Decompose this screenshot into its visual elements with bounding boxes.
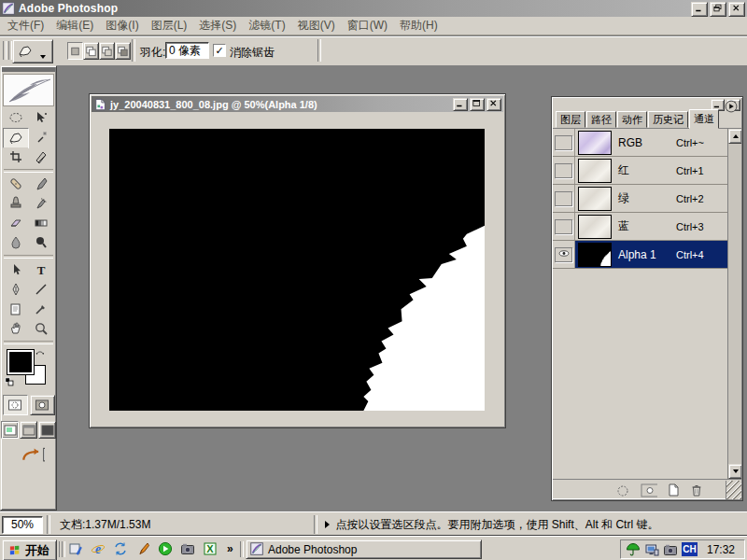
eyedropper-tool[interactable] xyxy=(29,300,53,318)
photoshop-feather-logo[interactable] xyxy=(3,74,54,106)
channel-row-blue[interactable]: 蓝Ctrl+3 xyxy=(553,213,728,241)
antialias-checkbox[interactable]: ✓ xyxy=(213,44,226,57)
scroll-down-icon[interactable] xyxy=(728,464,741,479)
taskbar-task-button[interactable]: Adobe Photoshop xyxy=(246,539,482,559)
quicklaunch-overflow-chevron[interactable]: » xyxy=(227,542,233,555)
zoom-tool[interactable] xyxy=(29,319,53,338)
fullscreen-menubar-button[interactable] xyxy=(20,421,37,439)
palette-scrollbar[interactable] xyxy=(727,129,741,479)
document-titlebar[interactable]: jy_20040831_800_08.jpg @ 50%(Alpha 1/8) xyxy=(92,96,503,112)
eraser-tool[interactable] xyxy=(4,214,28,232)
tool-preset-button[interactable] xyxy=(12,39,53,63)
palette-menu-button[interactable] xyxy=(725,100,739,114)
gradient-tool[interactable] xyxy=(29,214,53,232)
menu-item-help[interactable]: 帮助(H) xyxy=(400,18,438,34)
visibility-cell[interactable] xyxy=(553,241,575,268)
excel-icon[interactable]: X xyxy=(202,540,218,557)
visibility-cell[interactable] xyxy=(553,185,575,212)
show-desktop-icon[interactable] xyxy=(67,540,83,557)
sync-icon[interactable] xyxy=(112,540,128,557)
media-player-icon[interactable] xyxy=(157,540,173,557)
tab-channels[interactable]: 通道 xyxy=(689,109,719,129)
menu-item-image[interactable]: 图像(I) xyxy=(106,18,138,34)
clone-stamp-tool[interactable] xyxy=(4,194,28,213)
paint-brush-icon[interactable] xyxy=(134,540,150,557)
notes-tool[interactable] xyxy=(4,300,28,318)
menu-item-window[interactable]: 窗口(W) xyxy=(347,18,388,34)
new-selection-button[interactable] xyxy=(67,42,83,60)
tab-layers[interactable]: 图层 xyxy=(556,111,585,128)
visibility-cell[interactable] xyxy=(553,129,575,156)
dodge-tool[interactable] xyxy=(29,233,53,252)
blur-tool[interactable] xyxy=(4,233,28,252)
visibility-checkbox[interactable] xyxy=(555,135,572,150)
quick-mask-mode-button[interactable] xyxy=(30,395,55,415)
type-tool[interactable]: T xyxy=(29,260,53,279)
ime-language-badge[interactable]: CH xyxy=(682,542,698,556)
add-selection-button[interactable] xyxy=(83,42,99,60)
taskbar-grip[interactable] xyxy=(62,541,65,557)
visibility-cell[interactable] xyxy=(553,213,575,240)
doc-maximize-button[interactable] xyxy=(470,98,485,111)
jump-to-imageready-button[interactable] xyxy=(13,445,45,462)
menu-item-layer[interactable]: 图层(L) xyxy=(151,18,188,34)
zoom-level-field[interactable]: 50% xyxy=(2,516,43,534)
channel-row-alpha1[interactable]: Alpha 1Ctrl+4 xyxy=(553,241,728,269)
image-canvas[interactable] xyxy=(109,129,485,411)
close-button[interactable] xyxy=(728,2,745,17)
intersect-selection-button[interactable] xyxy=(115,42,131,60)
visibility-checkbox[interactable] xyxy=(555,163,572,178)
magic-wand-tool[interactable] xyxy=(30,128,54,147)
status-expand-icon[interactable] xyxy=(325,521,330,528)
feather-input[interactable]: 0 像素 xyxy=(165,42,209,59)
load-selection-button[interactable] xyxy=(615,483,630,497)
save-selection-button[interactable] xyxy=(639,483,657,497)
line-tool[interactable] xyxy=(29,280,53,299)
menu-item-edit[interactable]: 编辑(E) xyxy=(56,18,93,34)
visibility-cell[interactable] xyxy=(553,157,575,184)
menu-item-file[interactable]: 文件(F) xyxy=(7,18,44,34)
scroll-up-icon[interactable] xyxy=(728,129,741,144)
elliptical-marquee-tool[interactable] xyxy=(4,108,28,127)
hand-tool[interactable] xyxy=(4,319,28,338)
polygonal-lasso-tool[interactable] xyxy=(3,128,29,148)
path-select-tool[interactable] xyxy=(4,260,28,279)
delete-channel-button[interactable] xyxy=(689,483,704,497)
visibility-checkbox[interactable] xyxy=(555,219,572,234)
channel-row-rgb[interactable]: RGBCtrl+~ xyxy=(553,129,728,157)
channel-row-red[interactable]: 红Ctrl+1 xyxy=(553,157,728,185)
swap-colors-icon[interactable] xyxy=(35,348,48,359)
minimize-button[interactable] xyxy=(691,2,708,17)
new-channel-button[interactable] xyxy=(666,483,681,497)
internet-explorer-icon[interactable]: e xyxy=(90,540,106,557)
start-button[interactable]: 开始 xyxy=(2,539,57,560)
tab-paths[interactable]: 路径 xyxy=(586,111,616,128)
fullscreen-button[interactable] xyxy=(38,421,56,439)
toolbox-drag-handle[interactable] xyxy=(2,67,55,72)
tray-camera-icon[interactable] xyxy=(663,542,678,557)
history-brush-tool[interactable] xyxy=(29,194,53,213)
default-colors-icon[interactable] xyxy=(5,377,17,389)
visibility-checkbox[interactable] xyxy=(555,191,572,206)
subtract-selection-button[interactable] xyxy=(99,42,115,60)
menu-item-filter[interactable]: 滤镜(T) xyxy=(248,18,285,34)
menu-item-view[interactable]: 视图(V) xyxy=(298,18,335,34)
tab-actions[interactable]: 动作 xyxy=(617,111,647,128)
menu-item-select[interactable]: 选择(S) xyxy=(199,18,236,34)
pen-tool[interactable] xyxy=(4,280,28,299)
taskbar-grip[interactable] xyxy=(240,541,244,557)
standard-screen-button[interactable] xyxy=(1,421,19,439)
slice-tool[interactable] xyxy=(29,147,53,166)
foreground-color-swatch[interactable] xyxy=(7,350,34,374)
options-grip[interactable] xyxy=(3,41,12,60)
eye-icon[interactable] xyxy=(555,247,572,262)
camera-icon[interactable] xyxy=(179,540,195,557)
move-tool[interactable] xyxy=(29,108,53,127)
tray-computer-icon[interactable] xyxy=(644,542,659,557)
doc-minimize-button[interactable] xyxy=(453,98,468,111)
paintbrush-tool[interactable] xyxy=(29,175,53,193)
standard-mode-button[interactable] xyxy=(3,395,28,415)
tray-umbrella-icon[interactable] xyxy=(626,542,641,557)
chevron-down-icon[interactable] xyxy=(37,41,48,62)
tab-history[interactable]: 历史记 xyxy=(648,111,688,128)
